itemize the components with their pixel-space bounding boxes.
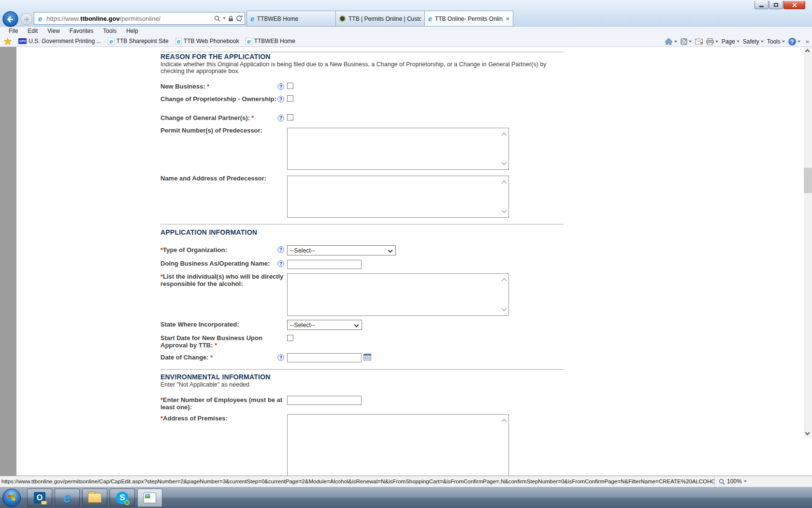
- favorite-us-gov-printing[interactable]: GPO U.S. Government Printing ...: [18, 38, 101, 45]
- back-button[interactable]: [2, 11, 18, 27]
- number-of-employees-label: *Enter Number of Employees (must be at l…: [160, 396, 284, 411]
- taskbar-ie-button[interactable]: e: [55, 489, 80, 507]
- date-of-change-help-icon[interactable]: ?: [277, 354, 284, 361]
- scroll-down-icon[interactable]: [501, 160, 507, 165]
- number-of-employees-input[interactable]: [287, 396, 362, 405]
- taskbar-viewer-button[interactable]: [137, 489, 162, 507]
- maximize-button[interactable]: [769, 1, 783, 9]
- scroll-down-icon[interactable]: [501, 306, 507, 311]
- calendar-icon[interactable]: [363, 353, 371, 362]
- feeds-button[interactable]: [681, 38, 692, 45]
- tools-menu-button[interactable]: Tools: [767, 38, 785, 45]
- vertical-scrollbar[interactable]: [804, 47, 812, 438]
- permit-numbers-textarea[interactable]: [287, 128, 509, 170]
- safety-menu-button[interactable]: Safety: [743, 38, 764, 45]
- date-of-change-input[interactable]: [287, 353, 362, 362]
- minimize-button[interactable]: [754, 1, 768, 9]
- scroll-up-icon[interactable]: [501, 278, 507, 283]
- label-text: New Business:: [160, 83, 205, 90]
- envelope-icon: [41, 501, 47, 505]
- scroll-up-icon[interactable]: [501, 132, 507, 137]
- tab-ttbweb-home[interactable]: e TTBWEB Home: [246, 11, 335, 27]
- taskbar-outlook-button[interactable]: O: [27, 489, 52, 507]
- scrollbar-up-arrow[interactable]: [804, 47, 812, 55]
- zoom-magnifier-icon: [719, 478, 725, 485]
- page-content: REASON FOR THE APPLICATION Indicate whet…: [0, 47, 812, 476]
- skype-letter: S: [119, 493, 125, 502]
- zoom-dropdown-caret[interactable]: [744, 480, 747, 482]
- url-text[interactable]: https://www.ttbonline.gov/permitsonline/: [46, 15, 212, 22]
- tab-ttb-online-active[interactable]: e TTB Online- Permits Online... ×: [424, 11, 513, 27]
- search-dropdown-caret[interactable]: [223, 17, 226, 19]
- taskbar-skype-button[interactable]: S: [110, 489, 135, 507]
- mail-icon: [695, 39, 703, 45]
- windows-logo-icon: [7, 494, 15, 502]
- scroll-down-icon[interactable]: [501, 208, 507, 213]
- refresh-icon[interactable]: [236, 15, 243, 22]
- type-of-organization-label: *Type of Organization:: [160, 246, 284, 254]
- favorite-ttb-sharepoint[interactable]: e TTB Sharepoint Site: [108, 38, 168, 45]
- toolbar-overflow-chevron[interactable]: »: [806, 38, 809, 45]
- print-button[interactable]: [706, 38, 718, 45]
- menu-tools[interactable]: Tools: [98, 27, 121, 36]
- responsible-individuals-textarea[interactable]: [287, 273, 509, 316]
- required-asterisk: *: [210, 354, 213, 361]
- favorite-ttb-phonebook[interactable]: e TTB Web Phonebook: [175, 38, 239, 45]
- menu-edit[interactable]: Edit: [23, 27, 43, 36]
- taskbar-explorer-button[interactable]: [82, 489, 107, 507]
- menu-favorites[interactable]: Favorites: [65, 27, 98, 36]
- predecessor-textarea[interactable]: [287, 176, 509, 218]
- read-mail-button[interactable]: [695, 39, 703, 45]
- dba-help-icon[interactable]: ?: [277, 260, 284, 267]
- menu-view[interactable]: View: [43, 27, 65, 36]
- tab-ttb-permits-online[interactable]: TTB | Permits Online | Custom...: [335, 11, 424, 27]
- scrollbar-thumb[interactable]: [804, 168, 812, 193]
- change-proprietorship-checkbox[interactable]: [287, 95, 293, 102]
- state-incorporated-label: State Where Incorporated:: [160, 321, 284, 328]
- change-proprietorship-help-icon[interactable]: ?: [277, 96, 284, 103]
- required-asterisk: *: [207, 83, 209, 90]
- tab-close-icon[interactable]: ×: [506, 16, 509, 21]
- type-of-organization-help-icon[interactable]: ?: [277, 246, 284, 253]
- forward-button[interactable]: [20, 13, 32, 25]
- address-bar[interactable]: e https://www.ttbonline.gov/permitsonlin…: [34, 12, 245, 25]
- print-dropdown-caret[interactable]: [715, 41, 718, 43]
- change-partners-help-icon[interactable]: ?: [277, 115, 284, 121]
- url-domain: ttbonline.gov: [80, 15, 120, 22]
- home-button[interactable]: [665, 38, 677, 45]
- scrollbar-down-arrow[interactable]: [804, 430, 812, 438]
- dba-input[interactable]: [287, 260, 362, 269]
- printer-icon: [706, 38, 714, 45]
- page-dropdown-caret: [737, 41, 740, 43]
- help-menu-button[interactable]: ?: [788, 38, 800, 45]
- new-business-checkbox[interactable]: [287, 83, 293, 89]
- tools-menu-label: Tools: [767, 38, 781, 45]
- favorite-ttbweb-home[interactable]: e TTBWEB Home: [246, 38, 295, 45]
- new-business-help-icon[interactable]: ?: [277, 83, 284, 90]
- search-icon[interactable]: [214, 15, 220, 22]
- application-section-title: APPLICATION INFORMATION: [160, 228, 257, 236]
- type-of-organization-select[interactable]: --Select--: [287, 245, 396, 255]
- zoom-control[interactable]: 100%: [714, 476, 747, 487]
- page-favicon-ie-icon: e: [36, 15, 44, 23]
- feeds-dropdown-caret[interactable]: [689, 41, 692, 43]
- outlook-icon: O: [34, 492, 45, 504]
- menu-bar: File Edit View Favorites Tools Help: [0, 27, 812, 36]
- scroll-up-icon[interactable]: [501, 418, 507, 424]
- ie-page-icon: e: [246, 38, 252, 45]
- start-button[interactable]: [2, 489, 21, 507]
- change-partners-checkbox[interactable]: [287, 114, 293, 120]
- page-menu-button[interactable]: Page: [722, 38, 740, 45]
- scroll-up-icon[interactable]: [501, 180, 507, 185]
- add-favorite-button[interactable]: [4, 38, 12, 45]
- ie-page-icon: e: [175, 38, 182, 45]
- close-window-button[interactable]: [783, 1, 805, 9]
- zoom-level: 100%: [727, 478, 742, 485]
- menu-help[interactable]: Help: [121, 27, 143, 36]
- address-of-premises-textarea[interactable]: [287, 414, 509, 476]
- home-dropdown-caret[interactable]: [674, 41, 677, 43]
- menu-file[interactable]: File: [4, 27, 23, 36]
- start-date-checkbox[interactable]: [287, 335, 293, 341]
- state-incorporated-select[interactable]: --Select--: [287, 320, 362, 330]
- required-asterisk: *: [215, 342, 217, 349]
